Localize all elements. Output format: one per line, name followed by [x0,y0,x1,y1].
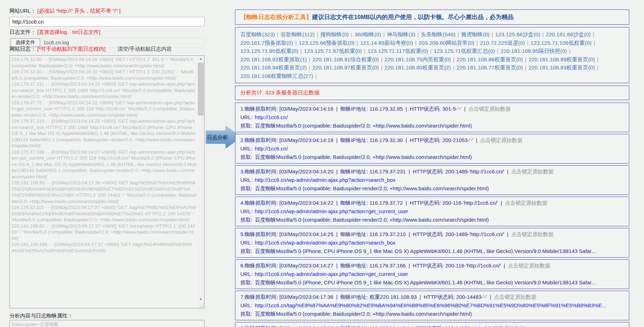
stat-item-link[interactable]: 头条蜘蛛(549) [421,31,455,37]
stat-item-link[interactable]: 220.181.68沙盒(0) [546,31,591,37]
stat-item-link[interactable]: 220.181.108.89权重首页(0) [529,56,595,62]
log-scrollbar[interactable]: ▲ ▼ [198,56,204,308]
log-entry: 4.蜘蛛抓取时间: [03/May/2023:04:14:22|蜘蛛IP地址: … [235,197,629,226]
separator: | [406,137,407,143]
stat-item-link[interactable]: 神马蜘蛛(3) [387,31,415,37]
entry-url-link[interactable]: http://1cc6.cn/wp-admin/admin-ajax.php?a… [255,271,408,277]
lock-raw-data-link[interactable]: 点击锁定原始数据 [468,106,511,112]
lock-raw-data-link[interactable]: 点击锁定原始数据 [508,263,550,269]
lock-raw-data-link[interactable]: 点击锁定原始数据 [511,168,554,174]
separator: | [301,48,302,54]
stat-item-link[interactable]: 220.181.108.83权重首页(0) [529,64,595,70]
separator: | [542,31,544,37]
separator: | [309,56,310,62]
separator: | [309,64,310,70]
separator: | [417,31,419,37]
stat-item-link[interactable]: 123.125.71低权重汇总(0) [434,48,495,54]
log-hint: [*可手动粘贴到下面日志框内] [37,46,106,52]
entry-url-link[interactable]: http://1cc6.cn/ [255,146,288,152]
separator: | [464,106,466,112]
separator: | [453,56,454,62]
separator: | [336,106,337,112]
entry-url-label: URL: [240,302,252,308]
entry-url-link[interactable]: http://1cc6.cn/tag/%E8%87%AA%E9%80%82%E5… [255,302,606,308]
lock-raw-data-link[interactable]: 点击锁定原始数据 [480,137,522,143]
entry-ua-value: 百度蜘蛛Mozilla/5.0 (compatible; Baiduspider… [255,185,489,191]
entry-ua-label: 抓取: [240,311,252,317]
lock-raw-data-link[interactable]: 点击锁定原始数据 [505,200,547,206]
separator: | [476,40,478,46]
entry-ua-value: 百度蜘蛛Mozilla/5.0 (iPhone; CPU iPhone OS 9… [255,279,596,285]
stat-item-link[interactable]: 220.181.108.92权重抓取(1) [240,56,307,62]
separator: | [364,48,365,54]
spider-attr-textarea[interactable]: Baiduspider=百度蜘蛛 [10,320,204,327]
lock-raw-data-link[interactable]: 点击锁定原始数据 [511,231,554,237]
entry-ua-value: 百度蜘蛛Mozilla/5.0 (compatible; Baiduspider… [255,123,472,129]
stat-item-link[interactable]: 220.181.108.91综合权重(0) [312,56,379,62]
stat-item-link[interactable]: 百度蜘蛛(323) [240,31,275,37]
log-textarea[interactable]: 116.179.32.85 - - [03/May/2023:04:14:16 … [10,55,204,308]
separator: | [409,231,410,237]
entry-meta-line: 3.蜘蛛抓取时间: [03/May/2023:04:14:20|蜘蛛IP地址: … [240,167,624,176]
stat-item-link[interactable]: 220.181.108.77权重首页(0) [456,64,523,70]
entry-ua-line: 抓取:百度蜘蛛Mozilla/5.0 (compatible; Baiduspi… [240,216,624,224]
stat-item-link[interactable]: 123.125.71.117低权重(0) [367,48,428,54]
separator: | [406,200,407,206]
stat-item-link[interactable]: 123.125.66预备抓取(0) [299,40,355,46]
log-content: 116.179.32.85 - - [03/May/2023:04:14:16 … [12,56,197,307]
entry-url-link[interactable]: http://1cc6.cn/wp-admin/admin-ajax.php?a… [255,177,396,183]
stat-item-link[interactable]: 220.181.7预备抓取(0) [240,40,293,46]
stat-item-link[interactable]: 123.125.71.95低权重(0) [240,48,298,54]
stat-item-link[interactable]: 220.181.108权重蜘蛛汇总(27) [240,73,313,79]
stat-item-link[interactable]: 210.72.225巡逻(0) [480,40,525,46]
stat-item-link[interactable]: 雅虎蜘蛛(0) [461,31,490,37]
entry-ua-label: 抓取: [240,279,252,285]
log-label: 网站日志： [10,46,36,52]
scroll-up-icon[interactable]: ▲ [198,56,204,62]
entry-meta: 1.蜘蛛抓取时间: [03/May/2023:04:14:16|蜘蛛IP地址: … [240,106,461,112]
separator: | [507,231,509,237]
entry-url-link[interactable]: http://1cc6.cn/wp-admin/admin-ajax.php?a… [255,208,408,214]
scroll-down-icon[interactable]: ▼ [198,297,204,302]
clear-paste-link[interactable]: 清空/手动粘贴日志内容 [118,46,172,52]
stat-item-link[interactable]: 203.208.60网站异常(0) [418,40,474,46]
separator: | [501,200,502,206]
entry-ua-label: 抓取: [240,217,252,223]
stat-item-link[interactable]: 123.125.71.106低权重(0) [531,40,592,46]
log-entry: 5.蜘蛛抓取时间: [03/May/2023:04:14:25|蜘蛛IP地址: … [235,228,629,258]
entry-url-label: URL: [240,146,252,152]
separator: | [507,168,509,174]
separator: | [351,31,352,37]
scrollbar-thumb[interactable] [198,63,204,116]
stat-item-link[interactable]: 123.125.68沙盒(0) [495,31,540,37]
log-entry: 1.蜘蛛抓取时间: [03/May/2023:04:14:16|蜘蛛IP地址: … [235,103,629,132]
lock-raw-data-link[interactable]: 点击锁定原始数据 [483,325,525,327]
separator: | [336,137,337,143]
stat-item-link[interactable]: 220.181.108.80权重首页(2) [384,64,451,70]
stat-item-link[interactable]: 220.181.108.94权重首页(2) [240,64,307,70]
separator: | [408,325,410,327]
stat-item-link[interactable]: 121.14.89新站考察(0) [360,40,413,46]
separator: | [457,31,459,37]
stat-item-link[interactable]: 搜狗蜘蛛(0) [320,31,349,37]
entry-url-link[interactable]: http://1cc6.cn/wp-admin/admin-ajax.php?a… [255,240,396,246]
separator: | [406,106,407,112]
url-label: 网站URL： [10,8,36,14]
stat-item-link[interactable]: 220.181.108.97权重首页(0) [312,64,379,70]
stat-item-link[interactable]: 220.181.108.95隔日快照(0) [500,48,567,54]
stat-item-link[interactable]: 220.181.108.75内页权重(0) [384,56,451,62]
separator: | [356,40,358,46]
website-url-input[interactable] [10,17,204,26]
entry-ua-line: 抓取:百度蜘蛛Mozilla/5.0 (iPhone; CPU iPhone O… [240,278,624,287]
lock-raw-data-link[interactable]: 点击锁定原始数据 [494,294,536,300]
entry-meta: 2.蜘蛛抓取时间: [03/May/2023:04:14:18|蜘蛛IP地址: … [240,137,473,143]
separator: | [597,56,599,62]
stat-item-link[interactable]: 220.181.108.86权重首页(0) [456,56,523,62]
stat-item-link[interactable]: 谷歌蜘蛛(112) [280,31,315,37]
separator: | [479,325,480,327]
stat-item-link[interactable]: 360蜘蛛(0) [354,31,381,37]
log-entry: 6.蜘蛛抓取时间: [03/May/2023:04:14:27|蜘蛛IP地址: … [235,259,629,289]
entry-url-link[interactable]: http://1cc6.cn/ [255,114,288,120]
entry-url-line: URL:http://1cc6.cn/ [240,144,624,153]
stat-item-link[interactable]: 123.125.71.97低权重(0) [304,48,362,54]
